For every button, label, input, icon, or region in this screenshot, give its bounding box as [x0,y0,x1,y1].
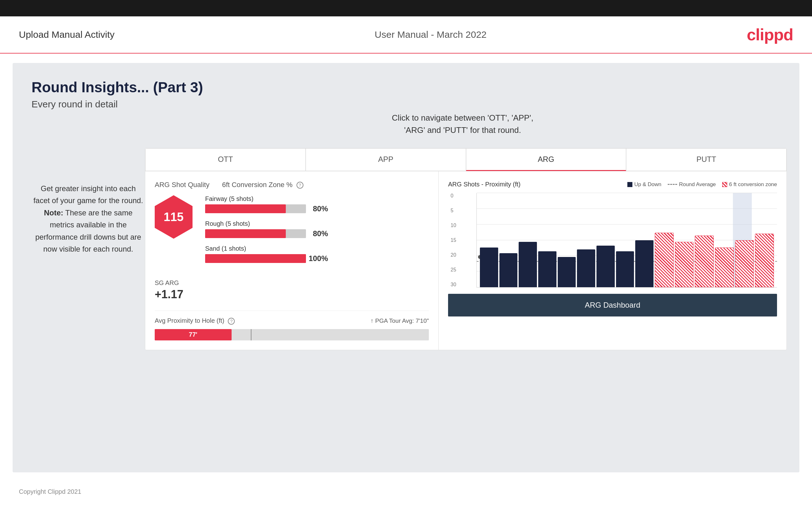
doc-title: User Manual - March 2022 [375,29,487,40]
content-row: ARG Shot Quality 6ft Conversion Zone % ?… [145,171,786,350]
section-title: Round Insights... (Part 3) [32,79,780,96]
sg-value: +1.17 [155,288,429,301]
bar-row-rough: Rough (5 shots) 80% [205,220,429,239]
legend: Up & Down Round Average 6 ft conversion … [627,181,777,188]
top-bar [0,0,812,16]
proximity-section: Avg Proximity to Hole (ft) ? ↑ PGA Tour … [155,311,429,340]
upload-label[interactable]: Upload Manual Activity [19,29,115,40]
main-content: Round Insights... (Part 3) Every round i… [13,63,799,472]
sg-section: SG ARG +1.17 [155,279,429,301]
left-panel: ARG Shot Quality 6ft Conversion Zone % ?… [145,171,439,350]
bar-fill-rough [205,229,286,238]
chart-bar-2 [499,253,518,287]
quality-label: ARG Shot Quality [155,181,209,189]
legend-square-icon [627,182,632,187]
chart-bar-1 [480,247,498,287]
chart-bar-15 [755,234,774,287]
tab-app[interactable]: APP [306,148,466,171]
proximity-label: Avg Proximity to Hole (ft) ? [155,317,235,325]
proximity-track: 77' [155,329,429,340]
bar-fill-sand [205,254,306,263]
section-subtitle: Every round in detail [32,99,780,110]
proximity-header: Avg Proximity to Hole (ft) ? ↑ PGA Tour … [155,317,429,325]
chart-header: ARG Shots - Proximity (ft) Up & Down Rou… [448,181,777,188]
chart-title: ARG Shots - Proximity (ft) [448,181,520,188]
legend-item-conversion: 6 ft conversion zone [722,181,777,188]
chart-bar-3 [519,242,537,287]
chart-bar-6 [577,249,595,287]
bar-pct-rough: 80% [313,229,328,238]
legend-item-updown: Up & Down [627,181,661,188]
chart-bar-14 [735,240,754,287]
sg-label: SG ARG [155,279,429,287]
footer: Copyright Clippd 2021 [0,482,812,502]
chart-wrapper: 30 25 20 15 10 5 0 [464,193,777,287]
chart-bar-11 [675,242,694,287]
proximity-value: 77' [189,331,197,338]
tab-ott[interactable]: OTT [145,148,306,171]
legend-hatched-icon [722,182,727,187]
copyright: Copyright Clippd 2021 [19,488,81,495]
chart-bar-4 [538,251,556,287]
arg-dashboard-button[interactable]: ARG Dashboard [448,294,777,317]
tab-putt[interactable]: PUTT [626,148,786,171]
bar-row-sand: Sand (1 shots) 100% [205,245,429,264]
bar-label-rough: Rough (5 shots) [205,220,429,227]
chart-bar-12 [695,235,714,287]
bar-track-fairway [205,204,306,213]
help-icon[interactable]: ? [297,182,303,189]
tab-bar: OTT APP ARG PUTT [145,148,786,171]
bars-container [477,193,777,287]
bars-section: Fairway (5 shots) 80% Rough (5 shots) [205,195,429,270]
hexagon-score: 115 [155,195,193,239]
bar-pct-sand: 100% [309,254,328,263]
right-panel: ARG Shots - Proximity (ft) Up & Down Rou… [439,171,786,350]
chart-bar-13 [715,247,734,287]
chart-bar-5 [558,257,576,287]
chart-bar-8 [616,251,634,287]
chart-bar-7 [597,246,615,287]
bar-track-rough [205,229,306,238]
logo: clippd [747,25,793,44]
pga-avg: ↑ PGA Tour Avg: 7'10" [370,318,429,324]
chart-bar-10 [655,233,674,287]
bar-pct-fairway: 80% [313,204,328,213]
header: Upload Manual Activity User Manual - Mar… [0,16,812,54]
chart-area: 8 [476,193,777,287]
legend-dashed-icon [668,184,677,185]
bar-fill-fairway [205,204,286,213]
bar-track-sand [205,254,306,263]
hex-score-value: 115 [163,210,184,224]
bar-label-fairway: Fairway (5 shots) [205,195,429,203]
chart-bar-9 [635,240,654,287]
y-labels: 30 25 20 15 10 5 0 [451,193,456,287]
proximity-help-icon[interactable]: ? [228,318,235,325]
conversion-label: 6ft Conversion Zone % ? [222,181,303,189]
bar-row-fairway: Fairway (5 shots) 80% [205,195,429,215]
annotation-text: Click to navigate between 'OTT', 'APP', … [392,112,534,136]
dashboard-widget: OTT APP ARG PUTT ARG Shot Quality 6ft Co… [145,148,787,350]
bar-label-sand: Sand (1 shots) [205,245,429,252]
proximity-fill: 77' [155,329,232,340]
tab-arg[interactable]: ARG [466,148,626,171]
insight-text: Get greater insight into each facet of y… [32,183,145,255]
proximity-marker [251,329,251,340]
score-area: 115 Fairway (5 shots) 80% [155,195,429,270]
legend-item-avg: Round Average [668,181,716,188]
